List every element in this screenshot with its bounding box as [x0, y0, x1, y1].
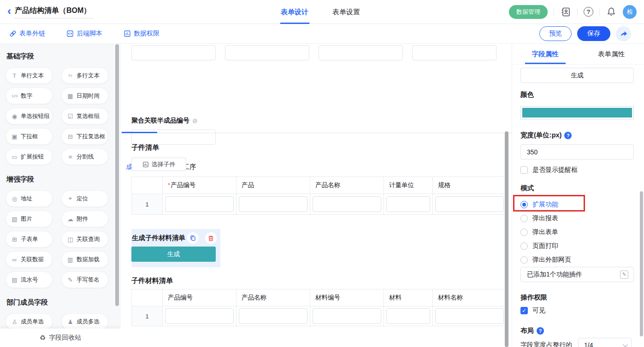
field-item-datetime[interactable]: ▦日期时间 — [61, 88, 108, 104]
field-item-label: 地址 — [21, 195, 32, 203]
button-text-value[interactable]: 生成 — [520, 68, 634, 83]
tab-form-properties[interactable]: 表单属性 — [579, 44, 644, 64]
field-item-related-query[interactable]: ◫关联查询 — [61, 231, 108, 247]
tab-field-properties[interactable]: 字段属性 — [512, 44, 579, 64]
field-item-signature[interactable]: ✎手写签名 — [61, 271, 108, 288]
section-title: 部门成员字段 — [6, 298, 121, 307]
cell-input[interactable] — [165, 196, 234, 212]
reminder-checkbox-row[interactable]: 是否显示提醒框 — [520, 166, 578, 174]
tab-form-design[interactable]: 表单设计 — [281, 0, 308, 24]
field-item-radio-group[interactable]: ◉单选按钮组 — [6, 108, 53, 124]
radio-icon[interactable] — [520, 229, 528, 236]
field-item-single-line-text[interactable]: T单行文本 — [6, 67, 53, 84]
column-header: 材料名称 — [433, 289, 506, 306]
preview-button[interactable]: 预览 — [539, 26, 572, 41]
mode-option-popup-external-page[interactable]: 弹出外部网页 — [520, 253, 571, 267]
cell-input[interactable] — [386, 196, 430, 212]
plugin-field[interactable]: 已添加1个功能插件 ✎ — [520, 267, 634, 282]
field-item-location[interactable]: ⌖定位 — [61, 190, 108, 207]
field-item-label: 数字 — [21, 92, 32, 100]
mode-label: 模式 — [520, 184, 534, 193]
field-item-divider-line[interactable]: ≡分割线 — [61, 148, 108, 165]
field-item-serial-number[interactable]: ▤流水号 — [6, 271, 53, 288]
data-permission-button[interactable]: 数据权限 — [124, 29, 160, 38]
cell-input[interactable] — [239, 196, 307, 212]
canvas-scrollbar[interactable] — [505, 131, 508, 347]
table-cell — [310, 306, 384, 326]
reminder-checkbox[interactable] — [520, 166, 528, 174]
field-item-member-single[interactable]: ♙成员单选 — [6, 313, 53, 330]
layout-width-select[interactable]: 1/4 — [578, 338, 632, 347]
edit-plugin-icon[interactable]: ✎ — [620, 271, 628, 279]
cell-input[interactable] — [313, 308, 381, 324]
address-book-icon[interactable] — [560, 6, 571, 18]
mode-option-page-print[interactable]: 页面打印 — [520, 239, 571, 253]
form-field-input[interactable] — [412, 45, 496, 60]
field-item-attachment[interactable]: ☁附件 — [61, 211, 108, 227]
backend-script-button[interactable]: 后端脚本 — [66, 29, 102, 38]
notification-bell-icon[interactable] — [606, 6, 617, 18]
cell-input[interactable] — [239, 308, 307, 324]
field-item-image[interactable]: ▧图片 — [6, 211, 53, 227]
field-item-data-load[interactable]: ▥数据加载 — [61, 251, 108, 268]
form-field-input[interactable] — [131, 45, 216, 60]
visible-checkbox-row[interactable]: ✓ 可见 — [520, 306, 545, 315]
panel-scrollbar[interactable] — [640, 191, 643, 336]
select-subpart-button[interactable]: 选择子件 — [131, 158, 186, 171]
radio-icon[interactable] — [520, 242, 528, 250]
cell-input[interactable] — [386, 308, 430, 324]
mode-option-extend-function[interactable]: 扩展功能 — [520, 198, 571, 212]
mode-option-popup-report[interactable]: 弹出报表 — [520, 212, 571, 225]
radio-group-icon: ◉ — [11, 113, 18, 120]
signature-icon: ✎ — [67, 276, 74, 283]
field-item-member-multi[interactable]: ♟成员多选 — [61, 313, 108, 330]
generate-button[interactable]: 生成 — [131, 247, 216, 262]
layout-label: 布局 ? — [520, 326, 544, 335]
radio-icon[interactable] — [520, 215, 528, 222]
field-item-subform[interactable]: ⊞子表单 — [6, 231, 53, 247]
layout-help-icon[interactable]: ? — [537, 327, 544, 335]
width-input[interactable]: 350 — [520, 144, 634, 159]
save-button[interactable]: 保存 — [577, 26, 610, 41]
color-picker[interactable] — [520, 106, 634, 119]
generate-material-list-field[interactable]: 生成子件材料清单 生成 — [131, 229, 220, 267]
avatar[interactable]: 检 — [623, 5, 637, 19]
help-icon[interactable]: ? — [584, 7, 593, 17]
visible-checkbox[interactable]: ✓ — [520, 307, 528, 314]
copy-field-button[interactable] — [187, 232, 199, 244]
field-item-number[interactable]: 123数字 — [6, 88, 53, 104]
radio-icon[interactable] — [520, 256, 528, 264]
field-item-label: 成员多选 — [77, 318, 100, 326]
field-recycle-bin[interactable]: ♻ 字段回收站 — [0, 329, 121, 347]
field-item-label: 数据加载 — [77, 256, 100, 264]
back-icon[interactable]: ‹ — [7, 6, 11, 16]
column-header: 产品 — [236, 177, 310, 194]
tab-form-settings[interactable]: 表单设置 — [332, 0, 360, 24]
width-help-icon[interactable]: ? — [564, 132, 572, 139]
field-item-dropdown[interactable]: ▣下拉框 — [6, 128, 53, 145]
mode-option-label: 扩展功能 — [532, 200, 558, 209]
field-item-multi-line-text[interactable]: T≡多行文本 — [61, 67, 108, 84]
cell-input[interactable] — [165, 308, 234, 324]
radio-icon[interactable] — [520, 201, 528, 208]
sidebar-scrollbar[interactable] — [115, 44, 119, 306]
data-manage-button[interactable]: 数据管理 — [509, 5, 548, 19]
cell-input[interactable] — [435, 308, 504, 324]
column-header: 计量单位 — [384, 177, 433, 194]
cell-input[interactable] — [313, 196, 381, 212]
form-field-input[interactable] — [225, 45, 309, 60]
field-item-label: 子表单 — [21, 235, 38, 243]
column-header: 产品名称 — [236, 289, 310, 306]
section-title: 基础字段 — [6, 52, 121, 61]
field-item-address[interactable]: ◎地址 — [6, 190, 53, 207]
share-button[interactable] — [616, 26, 631, 41]
mode-option-popup-form[interactable]: 弹出表单 — [520, 225, 571, 239]
form-field-input[interactable] — [319, 45, 403, 60]
field-item-extend-button[interactable]: ▭扩展按钮 — [6, 148, 53, 165]
delete-field-button[interactable] — [205, 232, 217, 244]
field-item-related-data[interactable]: ∞关联数据 — [6, 251, 53, 268]
field-item-multi-dropdown[interactable]: ⊟下拉复选框 — [61, 128, 108, 145]
cell-input[interactable] — [435, 196, 504, 212]
field-item-checkbox-group[interactable]: ☑复选框组 — [61, 108, 108, 124]
form-external-link-button[interactable]: 表单外链 — [9, 29, 45, 38]
